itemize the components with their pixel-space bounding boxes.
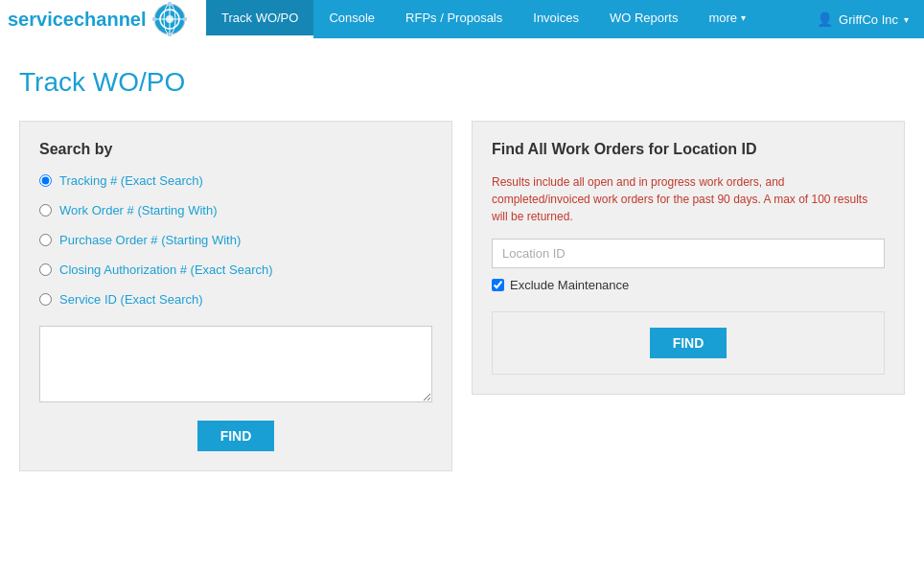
svg-rect-6 xyxy=(168,2,172,6)
svg-rect-9 xyxy=(183,17,187,21)
nav-rfps[interactable]: RFPs / Proposals xyxy=(390,0,518,38)
svg-point-5 xyxy=(166,15,173,23)
nav-invoices[interactable]: Invoices xyxy=(518,0,594,38)
location-panel-title: Find All Work Orders for Location ID xyxy=(492,141,885,158)
logo-icon xyxy=(152,2,187,36)
nav-console[interactable]: Console xyxy=(313,0,390,38)
logo-text: servicechannel xyxy=(8,9,147,31)
nav-more-label: more xyxy=(708,11,737,25)
radio-closing-auth[interactable]: Closing Authorization # (Exact Search) xyxy=(39,263,432,277)
radio-tracking[interactable]: Tracking # (Exact Search) xyxy=(39,173,432,188)
nav-wo-reports[interactable]: WO Reports xyxy=(594,0,694,38)
radio-service-id-label: Service ID (Exact Search) xyxy=(59,292,203,307)
radio-work-order-input[interactable] xyxy=(39,204,52,217)
location-info-text: Results include all open and in progress… xyxy=(492,173,885,225)
radio-work-order[interactable]: Work Order # (Starting With) xyxy=(39,203,432,217)
logo: servicechannel xyxy=(0,0,206,38)
search-textarea[interactable] xyxy=(39,326,432,402)
radio-purchase-order[interactable]: Purchase Order # (Starting With) xyxy=(39,233,432,247)
user-name: GriffCo Inc xyxy=(839,12,898,27)
svg-rect-8 xyxy=(152,17,156,21)
exclude-maintenance-row: Exclude Maintenance xyxy=(492,278,885,292)
location-find-button[interactable]: FIND xyxy=(650,328,728,358)
radio-service-id[interactable]: Service ID (Exact Search) xyxy=(39,292,432,307)
radio-service-id-input[interactable] xyxy=(39,293,52,306)
search-panel: Search by Tracking # (Exact Search) Work… xyxy=(19,121,452,471)
nav-more[interactable]: more ▾ xyxy=(693,0,761,38)
page-title: Track WO/PO xyxy=(19,67,905,98)
location-id-input[interactable] xyxy=(492,239,885,268)
search-find-button[interactable]: FIND xyxy=(197,421,275,451)
user-chevron-icon: ▾ xyxy=(904,14,909,25)
radio-tracking-input[interactable] xyxy=(39,174,52,187)
chevron-down-icon: ▾ xyxy=(741,12,746,23)
page-content: Track WO/PO Search by Tracking # (Exact … xyxy=(0,38,924,500)
radio-purchase-order-input[interactable] xyxy=(39,234,52,246)
nav-track-wopo[interactable]: Track WO/PO xyxy=(206,0,313,38)
radio-purchase-order-label: Purchase Order # (Starting With) xyxy=(59,233,241,247)
exclude-maintenance-label: Exclude Maintenance xyxy=(510,278,629,292)
exclude-maintenance-checkbox[interactable] xyxy=(492,279,504,291)
radio-tracking-label: Tracking # (Exact Search) xyxy=(59,173,203,188)
navbar: servicechannel Track WO/PO Console RFPs … xyxy=(0,0,924,38)
two-column-layout: Search by Tracking # (Exact Search) Work… xyxy=(19,121,905,471)
radio-closing-auth-label: Closing Authorization # (Exact Search) xyxy=(59,263,273,277)
navbar-user[interactable]: 👤 GriffCo Inc ▾ xyxy=(801,0,924,38)
location-panel: Find All Work Orders for Location ID Res… xyxy=(472,121,905,395)
navbar-links: Track WO/PO Console RFPs / Proposals Inv… xyxy=(206,0,801,38)
svg-rect-7 xyxy=(168,33,172,36)
user-icon: 👤 xyxy=(817,11,833,27)
radio-work-order-label: Work Order # (Starting With) xyxy=(59,203,217,217)
search-panel-title: Search by xyxy=(39,141,432,158)
location-find-container: FIND xyxy=(492,311,885,375)
radio-closing-auth-input[interactable] xyxy=(39,263,52,276)
radio-group: Tracking # (Exact Search) Work Order # (… xyxy=(39,173,432,307)
